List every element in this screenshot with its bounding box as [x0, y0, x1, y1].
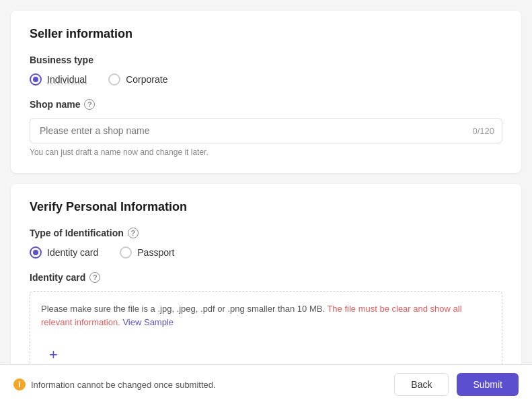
individual-radio[interactable] — [30, 73, 42, 86]
shop-name-hint: You can just draft a name now and change… — [30, 147, 502, 157]
shop-name-help-icon[interactable]: ? — [84, 99, 95, 110]
passport-radio[interactable] — [120, 246, 132, 259]
seller-info-card: Seller information Business type Individ… — [11, 11, 521, 173]
passport-option[interactable]: Passport — [120, 246, 174, 259]
identity-card-field-label: Identity card ? — [30, 272, 502, 283]
id-type-label: Type of Identification ? — [30, 228, 502, 238]
corporate-radio[interactable] — [108, 73, 120, 86]
shop-name-label: Shop name ? — [30, 99, 502, 110]
identity-card-radio[interactable] — [30, 246, 42, 259]
shop-name-char-count: 0/120 — [472, 126, 494, 136]
page-container: Seller information Business type Individ… — [0, 0, 532, 404]
shop-name-input-wrapper: 0/120 — [30, 118, 502, 143]
business-type-radio-group: Individual Corporate — [30, 73, 502, 86]
shop-name-input[interactable] — [30, 118, 502, 143]
identity-card-label: Identity card — [47, 247, 98, 258]
bottom-bar: i Information cannot be changed once sub… — [0, 364, 532, 404]
individual-label: Individual — [47, 74, 87, 85]
verify-info-title: Verify Personal Information — [30, 200, 502, 214]
individual-option[interactable]: Individual — [30, 73, 87, 86]
button-group: Back Submit — [394, 373, 519, 396]
identity-card-option[interactable]: Identity card — [30, 246, 98, 259]
view-sample-link[interactable]: View Sample — [122, 317, 174, 327]
business-type-label: Business type — [30, 55, 502, 65]
corporate-option[interactable]: Corporate — [108, 73, 167, 86]
seller-info-title: Seller information — [30, 27, 502, 41]
info-dot-icon: i — [13, 378, 26, 391]
identity-card-help-icon[interactable]: ? — [89, 272, 100, 283]
passport-label: Passport — [137, 247, 174, 258]
info-notice-text: Information cannot be changed once submi… — [31, 380, 216, 390]
id-type-help-icon[interactable]: ? — [128, 228, 139, 238]
submit-button[interactable]: Submit — [457, 373, 519, 396]
upload-notice: Please make sure the file is a .jpg, .jp… — [41, 302, 491, 329]
upload-notice-text1: Please make sure the file is a .jpg, .jp… — [41, 304, 325, 314]
shop-name-field: Shop name ? 0/120 You can just draft a n… — [30, 99, 502, 157]
back-button[interactable]: Back — [394, 373, 449, 396]
info-notice: i Information cannot be changed once sub… — [13, 378, 216, 391]
corporate-label: Corporate — [126, 74, 167, 85]
add-file-plus-icon: + — [49, 347, 58, 362]
id-type-radio-group: Identity card Passport — [30, 246, 502, 259]
